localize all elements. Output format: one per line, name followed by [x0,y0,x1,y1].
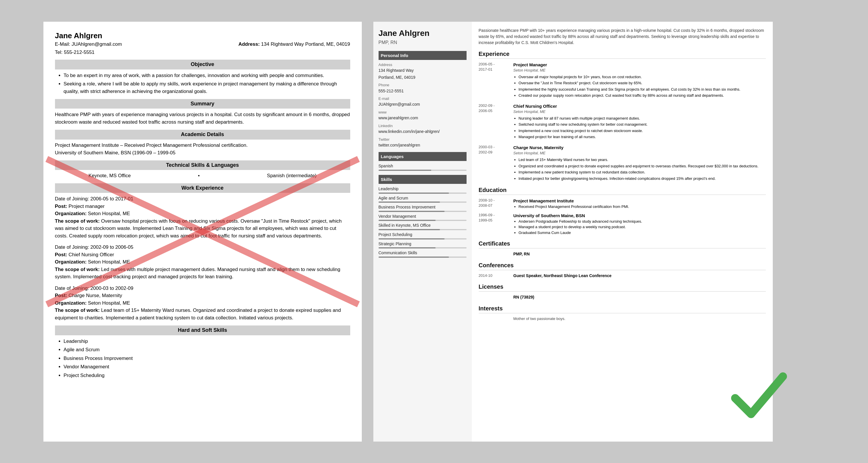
sidebar-twitter-label: Twitter [379,137,467,142]
sidebar-personal-header: Personal Info [379,51,467,60]
sidebar-skill-1: Leadership [379,186,467,194]
skill-bar-8 [379,257,467,258]
left-skill-3: Business Process Improvement [64,355,350,362]
left-work1-org-label: Organization: [55,211,87,216]
right-edu2-bullets: Andersen Postgraduate Fellowship to stud… [514,219,642,236]
right-exp3-b4: Initiated project for better gloving/gow… [519,176,766,181]
right-licenses-header: Licenses [479,283,766,292]
right-conf1-name: Guest Speaker, Northeast Shingo Lean Con… [514,273,612,279]
right-main-content: Passionate healthcare PMP with 10+ years… [472,22,773,441]
left-contact-info: E-Mail: JUAhlgren@gmail.com Address: 134… [55,41,350,48]
right-edu1-dates: 2008-10 - 2008-07 [479,198,514,210]
right-summary: Passionate healthcare PMP with 10+ years… [479,28,766,46]
right-conferences-header: Conferences [479,261,766,270]
right-edu2-school: University of Southern Maine, BSN [514,212,642,219]
sidebar-language: Spanish [379,163,467,171]
skill-bar-5 [379,229,467,230]
left-work2-post: Post: Chief Nursing Officer [55,251,350,259]
sidebar-skill-4: Vendor Management [379,214,467,221]
skill-bar-7 [379,247,467,249]
right-sidebar: Jane Ahlgren PMP, RN Personal Info Addre… [373,22,472,441]
left-skill-5: Project Scheduling [64,372,350,379]
left-work3-org: Organization: Seton Hospital, ME [55,299,350,307]
skill-bar-1 [379,193,467,194]
right-edu2-b3: Graduated Summa Cum Laude [519,230,642,236]
left-skill-right: Spanish (intermediate) [267,172,316,179]
right-int1-name: Mother of two passionate boys. [514,316,565,321]
left-address-value: 134 Rightward Way Portland, ME, 04019 [261,41,350,47]
left-skill-4: Vendor Management [64,363,350,371]
right-exp-2: 2002-09 - 2006-05 Chief Nursing Officer … [479,103,766,140]
right-edu-1: 2008-10 - 2008-07 Project Management Ins… [479,198,766,210]
left-email: JUAhlgren@gmail.com [71,41,122,47]
left-candidate-name: Jane Ahlgren [55,30,350,41]
resume-bad: Jane Ahlgren E-Mail: JUAhlgren@gmail.com… [43,22,362,441]
resume-good: Jane Ahlgren PMP, RN Personal Info Addre… [373,22,773,441]
right-exp2-dates: 2002-09 - 2006-05 [479,103,514,140]
right-lic1-details: RN (73829) [514,294,534,300]
left-work3-post-label: Post: [55,293,67,298]
right-exp3-dates: 2000-03 - 2002-09 [479,144,514,182]
left-work3-scope-label: The scope of work: [55,308,100,313]
right-cert1-details: PMP, RN [514,251,530,257]
right-cert1-name: PMP, RN [514,251,530,257]
sidebar-linkedin-value: www.linkedin.com/in/jane-ahlgren/ [379,129,467,135]
right-exp3-b1: Led team of 15+ Maternity Ward nurses fo… [519,157,766,163]
right-edu2-details: University of Southern Maine, BSN Anders… [514,212,642,236]
right-exp2-bullets: Nursing leader for all 87 nurses with mu… [514,116,766,140]
right-exp1-b1: Oversaw all major hospital projects for … [519,74,766,80]
right-edu1-school: Project Management Institute [514,198,629,204]
right-exp2-b4: Managed project for lean training of all… [519,134,766,140]
left-work2-scope: The scope of work: Led nurses with multi… [55,266,350,281]
right-exp-3: 2000-03 - 2002-09 Charge Nurse, Maternit… [479,144,766,182]
right-exp1-dates: 2006-05 - 2017-01 [479,62,514,99]
right-cert-1: PMP, RN [479,251,766,257]
left-work-title: Work Experience [55,183,350,193]
left-objective-list: To be an expert in my area of work, with… [55,72,350,95]
skill-bar-4 [379,220,467,221]
left-work2-scope-label: The scope of work: [55,267,100,272]
right-exp1-b4: Created our popular supply room relocati… [519,93,766,98]
right-conf1-date: 2014-10 [479,273,514,279]
left-work1-org: Organization: Seton Hospital, ME [55,210,350,218]
right-exp1-details: Project Manager Seton Hospital, ME Overs… [514,62,766,99]
right-exp3-b2: Organized and coordinated a project to d… [519,163,766,169]
right-certificates-header: Certificates [479,239,766,249]
sidebar-skill-3: Business Process Improvement [379,204,467,212]
right-int-1: Mother of two passionate boys. [479,316,766,321]
left-work-entry-3: Date of Joining: 2000-03 to 2002-09 Post… [55,285,350,322]
right-edu-2: 1996-09 - 1999-05 University of Southern… [479,212,766,236]
right-exp2-b2: Switched nursing staff to new scheduling… [519,122,766,127]
right-edu1-b1: Received Project Management Professional… [519,204,629,210]
right-exp1-b3: Implemented the highly successful Lean T… [519,87,766,92]
sidebar-skill-2: Agile and Scrum [379,196,467,203]
left-work1-org-value: Seton Hospital, ME [88,211,130,216]
right-candidate-name: Jane Ahlgren [379,28,467,39]
left-work3-org-label: Organization: [55,300,87,306]
left-tel: Tel: 555-212-5551 [55,49,350,56]
left-tel-label: Tel: [55,50,63,55]
sidebar-skill-6: Project Scheduling [379,232,467,239]
sidebar-twitter-value: twitter.com/janeahlgren [379,142,467,148]
skill-bar-3 [379,211,467,212]
right-cert1-date [479,251,514,257]
right-exp1-title: Project Manager [514,62,766,68]
sidebar-skill-8: Communication Skills [379,250,467,258]
right-exp3-org: Seton Hospital, ME [514,151,766,156]
left-skills-row: Keynote, MS Office • Spanish (intermedia… [55,172,350,179]
left-work2-post-value: Chief Nursing Officer [69,252,114,257]
left-skill-bullet: • [198,172,200,179]
sidebar-address-line2: Portland, ME, 04019 [379,75,467,81]
left-work2-org: Organization: Seton Hospital, ME [55,258,350,266]
right-edu2-b2: Managed a student project to develop a w… [519,224,642,230]
left-summary-title: Summary [55,99,350,109]
left-work3-post: Post: Charge Nurse, Maternity [55,292,350,299]
sidebar-phone-label: Phone [379,83,467,88]
sidebar-skill-5: Skilled in Keynote, MS Office [379,223,467,230]
left-work2-date: Date of Joining: 2002-09 to 2006-05 [55,243,350,251]
left-objective-item-2: Seeking a role, where I will be able to … [64,80,350,95]
right-exp1-b2: Oversaw the "Just in Time Restock" proje… [519,80,766,86]
right-lic1-name: RN (73829) [514,294,534,300]
right-exp3-details: Charge Nurse, Maternity Seton Hospital, … [514,144,766,182]
skill-bar-2 [379,202,467,203]
